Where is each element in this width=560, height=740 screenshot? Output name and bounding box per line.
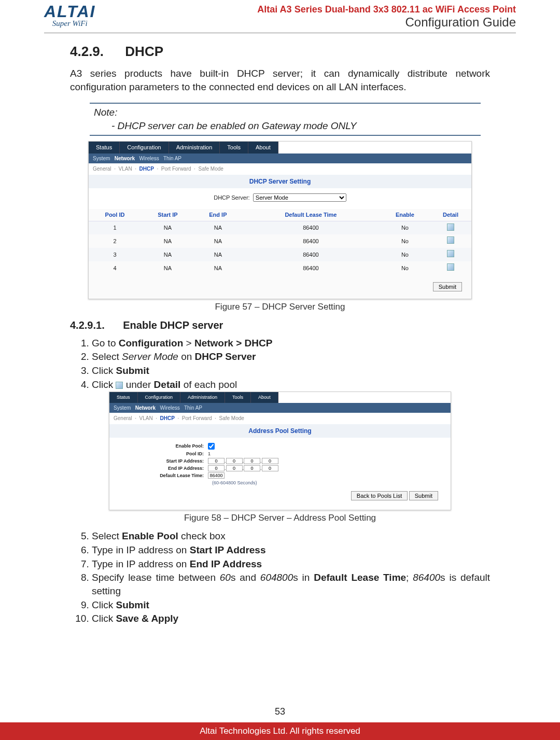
th-enable: Enable	[380, 209, 430, 221]
page-content: 4.2.9. DHCP A3 series products have buil…	[0, 33, 560, 625]
subtab-network[interactable]: Network	[135, 405, 156, 411]
start-ip-4[interactable]	[262, 458, 278, 464]
step-7: Type in IP address on End IP Address	[92, 557, 490, 571]
end-ip-label: End IP Address:	[115, 465, 208, 471]
footer: Altai Technologies Ltd. All rights reser…	[0, 722, 560, 740]
cell-start: NA	[141, 221, 194, 234]
end-ip-4[interactable]	[262, 465, 278, 471]
figure-57-caption: Figure 57 – DHCP Server Setting	[70, 301, 490, 313]
edit-icon[interactable]	[447, 224, 454, 231]
tab-configuration[interactable]: Configuration	[120, 142, 169, 153]
submit-button[interactable]: Submit	[409, 491, 438, 500]
crumb-dhcp[interactable]: DHCP	[160, 415, 175, 421]
breadcrumb: General · VLAN · DHCP · Port Forward · S…	[89, 163, 471, 175]
subtab-system[interactable]: System	[93, 156, 110, 161]
crumb-general[interactable]: General	[114, 415, 132, 421]
sub-tabs: System Network Wireless Thin AP	[109, 403, 451, 413]
cell-id: 2	[89, 234, 141, 248]
subtab-thin-ap[interactable]: Thin AP	[163, 156, 181, 161]
sub-tabs: System Network Wireless Thin AP	[89, 153, 471, 164]
steps-list-a: Go to Configuration > Network > DHCP Sel…	[82, 337, 490, 392]
tab-tools[interactable]: Tools	[220, 142, 248, 153]
lease-label: Default Lease Time:	[115, 472, 208, 479]
cell-enable: No	[380, 248, 430, 261]
main-tabs: Status Configuration Administration Tool…	[109, 392, 451, 402]
tab-administration[interactable]: Administration	[180, 392, 225, 402]
logo-text: ALTAI	[44, 4, 95, 19]
edit-icon[interactable]	[447, 236, 454, 244]
crumb-vlan[interactable]: VLAN	[139, 415, 152, 421]
step-5: Select Enable Pool check box	[92, 529, 490, 543]
step-2: Select Server Mode on DHCP Server	[92, 350, 490, 364]
crumb-port-forward[interactable]: Port Forward	[182, 415, 212, 421]
cell-id: 4	[89, 261, 141, 275]
start-ip-label: Start IP Address:	[115, 458, 208, 464]
th-end-ip: End IP	[194, 209, 242, 221]
subtab-thin-ap[interactable]: Thin AP	[184, 405, 202, 411]
breadcrumb: General · VLAN · DHCP · Port Forward · S…	[109, 413, 451, 424]
crumb-vlan[interactable]: VLAN	[118, 166, 132, 172]
step-3: Click Submit	[92, 364, 490, 378]
dhcp-server-label: DHCP Server:	[214, 194, 249, 201]
subtab-system[interactable]: System	[114, 405, 131, 411]
th-lease: Default Lease Time	[242, 209, 380, 221]
tab-configuration[interactable]: Configuration	[138, 392, 181, 402]
tab-status[interactable]: Status	[109, 392, 138, 402]
start-ip-3[interactable]	[244, 458, 260, 464]
submit-row: Submit	[89, 275, 471, 299]
main-tabs: Status Configuration Administration Tool…	[89, 142, 471, 153]
edit-icon	[116, 382, 123, 389]
start-ip-2[interactable]	[226, 458, 243, 464]
note-label: Note:	[94, 106, 481, 119]
steps-list-b: Select Enable Pool check box Type in IP …	[82, 529, 490, 625]
end-ip-2[interactable]	[226, 465, 243, 471]
cell-start: NA	[141, 234, 194, 248]
subtab-wireless[interactable]: Wireless	[160, 405, 179, 411]
section-heading: 4.2.9. DHCP	[70, 43, 490, 61]
tab-about[interactable]: About	[248, 142, 278, 153]
end-ip-1[interactable]	[208, 465, 225, 471]
tab-tools[interactable]: Tools	[225, 392, 251, 402]
step-6: Type in IP address on Start IP Address	[92, 543, 490, 557]
cell-detail	[430, 248, 471, 261]
panel-title: Address Pool Setting	[109, 424, 451, 438]
header-right: Altai A3 Series Dual-band 3x3 802.11 ac …	[257, 4, 516, 30]
figure-58-caption: Figure 58 – DHCP Server – Address Pool S…	[70, 512, 490, 524]
start-ip-1[interactable]	[208, 458, 225, 464]
cell-end: NA	[194, 248, 242, 261]
crumb-safe-mode[interactable]: Safe Mode	[198, 166, 223, 172]
logo-tagline: Super WiFi	[52, 19, 88, 28]
subtab-wireless[interactable]: Wireless	[139, 156, 159, 161]
edit-icon[interactable]	[447, 250, 454, 257]
crumb-dhcp[interactable]: DHCP	[139, 166, 154, 172]
dhcp-server-select[interactable]: Server Mode	[253, 193, 346, 202]
crumb-port-forward[interactable]: Port Forward	[161, 166, 191, 172]
cell-id: 3	[89, 248, 141, 261]
product-title: Altai A3 Series Dual-band 3x3 802.11 ac …	[257, 4, 516, 15]
crumb-general[interactable]: General	[93, 166, 111, 172]
cell-end: NA	[194, 221, 242, 234]
subtab-network[interactable]: Network	[115, 156, 135, 161]
end-ip-3[interactable]	[244, 465, 260, 471]
enable-pool-checkbox[interactable]	[208, 443, 215, 450]
crumb-safe-mode[interactable]: Safe Mode	[219, 415, 244, 421]
th-detail: Detail	[430, 209, 471, 221]
lease-input[interactable]	[208, 472, 225, 479]
cell-detail	[430, 221, 471, 234]
step-9: Click Submit	[92, 598, 490, 612]
tab-status[interactable]: Status	[89, 142, 120, 153]
dhcp-server-row: DHCP Server: Server Mode	[89, 188, 471, 209]
step-1: Go to Configuration > Network > DHCP	[92, 337, 490, 350]
tab-about[interactable]: About	[251, 392, 278, 402]
cell-lease: 86400	[242, 261, 380, 275]
note-bullet: - DHCP server can be enabled on Gateway …	[111, 119, 481, 133]
cell-detail	[430, 261, 471, 275]
tab-administration[interactable]: Administration	[169, 142, 220, 153]
back-to-pools-button[interactable]: Back to Pools List	[351, 491, 408, 500]
step-8: Specify lease time between 60s and 60480…	[92, 571, 490, 597]
edit-icon[interactable]	[447, 263, 454, 271]
cell-enable: No	[380, 234, 430, 248]
pool-id-label: Pool ID:	[115, 451, 208, 457]
screenshot-address-pool: Status Configuration Administration Tool…	[109, 392, 451, 510]
submit-button[interactable]: Submit	[433, 282, 462, 291]
